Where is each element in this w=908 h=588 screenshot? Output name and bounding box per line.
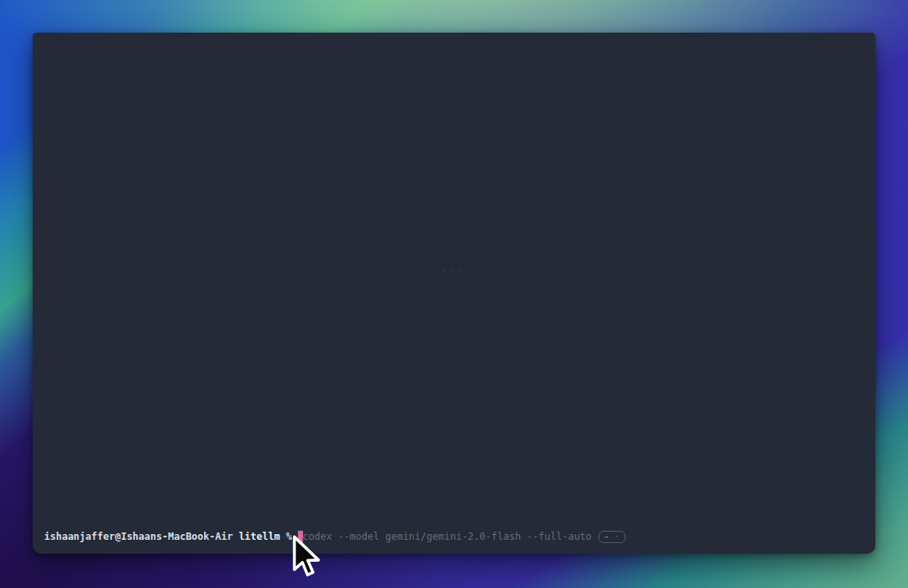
terminal-window[interactable]: ··· ishaanjaffer@Ishaans-MacBook-Air lit… xyxy=(33,33,875,554)
prompt-directory: litellm xyxy=(238,530,280,543)
loading-dots: ··· xyxy=(442,265,467,276)
prompt-user-host: ishaanjaffer@Ishaans-MacBook-Air xyxy=(44,530,233,543)
terminal-content: ··· ishaanjaffer@Ishaans-MacBook-Air lit… xyxy=(33,33,875,554)
accept-suggestion-key-hint: → · xyxy=(599,531,625,543)
terminal-prompt-line[interactable]: ishaanjaffer@Ishaans-MacBook-Air litellm… xyxy=(44,530,864,543)
autosuggestion-text: codex --model gemini/gemini-2.0-flash --… xyxy=(303,530,592,543)
prompt-symbol: % xyxy=(286,530,292,543)
